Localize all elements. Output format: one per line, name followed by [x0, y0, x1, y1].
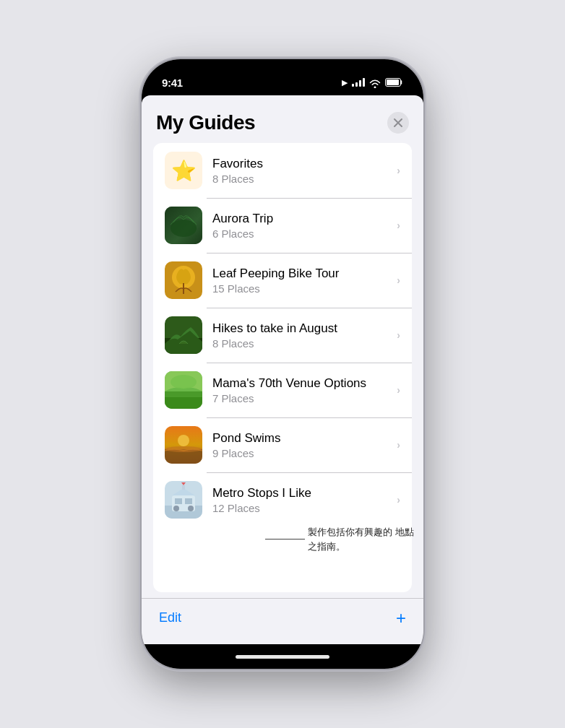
guide-name: Leaf Peeping Bike Tour: [212, 266, 387, 281]
list-item[interactable]: ⭐ Favorites 8 Places ›: [153, 143, 412, 198]
svg-rect-25: [182, 485, 185, 490]
signal-icon: [352, 78, 365, 87]
add-button[interactable]: +: [396, 608, 406, 628]
close-button[interactable]: [387, 112, 409, 134]
battery-icon: [385, 78, 403, 87]
guide-name: Mama's 70th Venue Options: [212, 376, 387, 391]
guide-places: 8 Places: [212, 337, 387, 350]
guide-name: Hikes to take in August: [212, 321, 387, 336]
guide-info-aurora: Aurora Trip 6 Places: [212, 212, 387, 240]
svg-point-15: [178, 435, 189, 446]
sheet: My Guides ⭐ Favorit: [142, 95, 423, 644]
list-item[interactable]: Metro Stops I Like 12 Places ›: [153, 472, 412, 527]
callout-text: 製作包括你有興趣的 地點之指南。: [308, 525, 416, 553]
list-item[interactable]: Hikes to take in August 8 Places ›: [153, 308, 412, 363]
svg-point-23: [173, 506, 179, 511]
list-item[interactable]: Aurora Trip 6 Places ›: [153, 198, 412, 253]
list-item[interactable]: Leaf Peeping Bike Tour 15 Places ›: [153, 253, 412, 308]
svg-rect-22: [185, 498, 192, 504]
status-time: 9:41: [162, 77, 183, 89]
bottom-bar: Edit +: [142, 598, 423, 644]
guide-info-hikes: Hikes to take in August 8 Places: [212, 321, 387, 350]
chevron-right-icon: ›: [397, 384, 400, 396]
wifi-icon: [369, 78, 381, 87]
edit-button[interactable]: Edit: [159, 610, 181, 625]
main-content: My Guides ⭐ Favorit: [142, 95, 423, 644]
guide-info-mama: Mama's 70th Venue Options 7 Places: [212, 376, 387, 404]
status-icons: ▶: [342, 78, 403, 87]
guide-places: 7 Places: [212, 392, 387, 404]
chevron-right-icon: ›: [397, 329, 400, 341]
svg-point-3: [171, 220, 197, 237]
guide-name: Favorites: [212, 157, 387, 171]
guide-info-metro: Metro Stops I Like 12 Places: [212, 486, 387, 514]
guide-thumbnail-pond: [165, 426, 202, 464]
chevron-right-icon: ›: [397, 439, 400, 451]
guide-name: Aurora Trip: [212, 212, 387, 226]
location-icon: ▶: [342, 78, 348, 87]
svg-point-24: [188, 506, 194, 511]
svg-point-13: [171, 375, 197, 389]
guide-thumbnail-metro: [165, 481, 202, 519]
guide-places: 8 Places: [212, 173, 387, 185]
sheet-header: My Guides: [142, 95, 423, 143]
guide-info-leaf: Leaf Peeping Bike Tour 15 Places: [212, 266, 387, 295]
svg-rect-21: [175, 498, 182, 504]
guide-thumbnail-aurora: [165, 207, 202, 244]
chevron-right-icon: ›: [397, 494, 400, 506]
chevron-right-icon: ›: [397, 165, 400, 176]
svg-rect-1: [387, 79, 399, 85]
home-indicator: [142, 644, 423, 669]
guide-info-favorites: Favorites 8 Places: [212, 157, 387, 185]
chevron-right-icon: ›: [397, 220, 400, 231]
guide-thumbnail-mama: [165, 371, 202, 409]
phone-frame: 9:41 ▶: [142, 59, 423, 669]
dynamic-island: [239, 68, 326, 92]
list-item[interactable]: Mama's 70th Venue Options 7 Places ›: [153, 363, 412, 417]
guide-thumbnail-hikes: [165, 316, 202, 354]
guide-places: 6 Places: [212, 228, 387, 240]
home-bar: [236, 655, 329, 659]
guide-name: Metro Stops I Like: [212, 486, 387, 500]
chevron-right-icon: ›: [397, 274, 400, 286]
guide-name: Pond Swims: [212, 431, 387, 446]
svg-rect-12: [165, 397, 202, 409]
star-icon: ⭐: [171, 159, 197, 183]
callout-line: [265, 539, 305, 540]
list-item[interactable]: Pond Swims 9 Places ›: [153, 417, 412, 472]
guide-info-pond: Pond Swims 9 Places: [212, 431, 387, 459]
guide-thumbnail-favorites: ⭐: [165, 152, 202, 189]
guide-places: 15 Places: [212, 282, 387, 295]
guide-places: 12 Places: [212, 502, 387, 514]
callout: 製作包括你有興趣的 地點之指南。: [265, 525, 416, 553]
page-title: My Guides: [156, 111, 255, 134]
guide-places: 9 Places: [212, 447, 387, 459]
guide-thumbnail-leaf: [165, 261, 202, 299]
